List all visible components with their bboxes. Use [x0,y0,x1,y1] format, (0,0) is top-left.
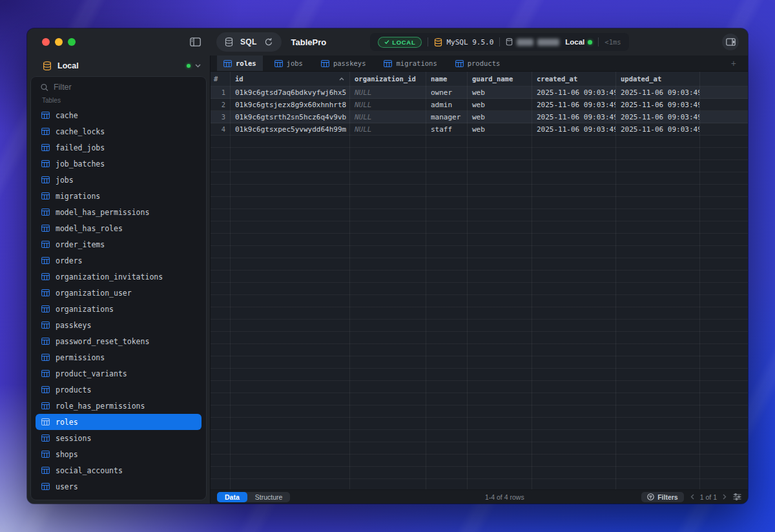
sidebar-item-social_accounts[interactable]: social_accounts [36,462,202,478]
cell-updated_at[interactable]: 2025-11-06 09:03:49 [615,99,699,110]
view-options-button[interactable] [733,493,741,500]
table-name-label: products [56,385,91,394]
cell-created_at[interactable]: 2025-11-06 09:03:49 [532,123,615,135]
cell-organization_id[interactable]: NULL [349,87,426,98]
sidebar-item-failed_jobs[interactable]: failed_jobs [36,139,202,156]
sidebar-item-order_items[interactable]: order_items [36,236,202,252]
cell-organization_id[interactable]: NULL [349,111,426,123]
table-name-label: permissions [56,353,105,362]
column-header-created-at[interactable]: created_at [532,72,615,86]
sidebar-item-organization_user[interactable]: organization_user [36,285,202,301]
sidebar-item-model_has_roles[interactable]: model_has_roles [36,220,202,236]
tab-products[interactable]: products [449,56,507,71]
cell-id[interactable]: 01k9c6gtsrth2sn5hcz6q4v9vb [230,111,349,123]
sidebar-item-job_batches[interactable]: job_batches [36,156,202,172]
sidebar-item-orders[interactable]: orders [36,252,202,269]
column-header-name[interactable]: name [426,72,467,86]
tab-bar: rolesjobspasskeysmigrationsproducts + [211,56,748,72]
cell-row-number[interactable]: 2 [211,99,230,110]
main-toolbar: SQL TablePro LOCAL [210,28,748,56]
cell-row-number[interactable]: 4 [211,123,230,135]
cell-guard_name[interactable]: web [467,87,532,98]
close-button[interactable] [42,38,50,46]
cell-row-number[interactable]: 3 [211,111,230,123]
prev-page-button[interactable] [690,494,694,500]
tab-structure-view[interactable]: Structure [247,492,291,502]
connection-status-bar[interactable]: LOCAL MySQL 9.5.0 [370,33,628,51]
tab-jobs[interactable]: jobs [268,56,309,71]
cell-organization_id[interactable]: NULL [349,123,426,135]
cell-organization_id[interactable]: NULL [349,99,426,110]
cell-id[interactable]: 01k9c6gtsd7aq6bdkvyfwj6hx5 [230,87,349,98]
cell-guard_name[interactable]: web [467,123,532,135]
grid-header-row: # id organization_id name guard_name cre… [211,72,748,87]
filter-input[interactable] [54,83,198,92]
cell-created_at[interactable]: 2025-11-06 09:03:49 [532,111,615,123]
sidebar-item-role_has_permissions[interactable]: role_has_permissions [36,398,202,414]
sidebar-item-jobs[interactable]: jobs [36,172,202,188]
column-header-organization-id[interactable]: organization_id [349,72,426,86]
sidebar-item-organizations[interactable]: organizations [36,301,202,317]
sidebar-item-shops[interactable]: shops [36,446,202,462]
filter-field[interactable] [31,77,206,94]
sidebar-item-products[interactable]: products [36,382,202,398]
sidebar-item-sessions[interactable]: sessions [36,430,202,446]
column-header-id[interactable]: id [230,72,349,86]
sidebar-toggle-icon[interactable] [190,37,201,46]
sidebar-item-password_reset_tokens[interactable]: password_reset_tokens [36,333,202,349]
cell-id[interactable]: 01k9c6gtsxpec5yvwydd64h99m [230,123,349,135]
cell-guard_name[interactable]: web [467,99,532,110]
cell-updated_at[interactable]: 2025-11-06 09:03:49 [615,123,699,135]
column-header-row-number[interactable]: # [211,72,230,86]
tab-data-view[interactable]: Data [217,492,247,502]
sidebar-item-permissions[interactable]: permissions [36,349,202,365]
tab-passkeys[interactable]: passkeys [315,56,373,71]
zoom-button[interactable] [68,38,76,46]
tab-roles[interactable]: roles [217,56,263,71]
sidebar-item-passkeys[interactable]: passkeys [36,317,202,333]
sidebar-item-cache[interactable]: cache [36,107,202,123]
sidebar-item-roles[interactable]: roles [36,414,202,430]
sidebar-item-migrations[interactable]: migrations [36,188,202,204]
cell-created_at[interactable]: 2025-11-06 09:03:49 [532,87,615,98]
table-row[interactable]: 101k9c6gtsd7aq6bdkvyfwj6hx5NULLownerweb2… [211,87,748,99]
cell-updated_at[interactable]: 2025-11-06 09:03:49 [615,87,699,98]
cell-name[interactable]: admin [426,99,467,110]
sidebar-item-cache_locks[interactable]: cache_locks [36,123,202,139]
next-page-button[interactable] [723,494,727,500]
sql-button[interactable]: SQL [240,37,257,46]
tab-migrations[interactable]: migrations [377,56,443,71]
right-panel-toggle-button[interactable] [722,34,739,50]
table-row[interactable]: 201k9c6gtsjezx8g9x60xhnhrt8NULLadminweb2… [211,99,748,111]
add-tab-button[interactable]: + [726,58,741,68]
cell-row-number[interactable]: 1 [211,87,230,98]
column-header-guard-name[interactable]: guard_name [467,72,532,86]
panel-right-icon [726,38,736,46]
cell-name[interactable]: staff [426,123,467,135]
cell-created_at[interactable]: 2025-11-06 09:03:49 [532,99,615,110]
refresh-icon[interactable] [264,37,273,46]
cell-name[interactable]: owner [426,87,467,98]
filters-button[interactable]: Filters [641,492,684,502]
table-grid-icon [41,160,50,167]
pagination: 1 of 1 [690,493,727,501]
local-badge: LOCAL [378,37,422,48]
sidebar-item-organization_invitations[interactable]: organization_invitations [36,269,202,285]
table-grid-icon [41,128,50,135]
chevron-down-icon[interactable] [195,64,201,68]
tab-label: migrations [396,59,437,67]
sidebar-item-model_has_permissions[interactable]: model_has_permissions [36,204,202,220]
cell-guard_name[interactable]: web [467,111,532,123]
table-name-label: organizations [56,305,114,314]
table-row[interactable]: 401k9c6gtsxpec5yvwydd64h99mNULLstaffweb2… [211,123,748,136]
minimize-button[interactable] [55,38,63,46]
sidebar-item-product_variants[interactable]: product_variants [36,365,202,382]
connection-selector[interactable]: Local [27,56,210,76]
cell-id[interactable]: 01k9c6gtsjezx8g9x60xhnhrt8 [230,99,349,110]
cell-updated_at[interactable]: 2025-11-06 09:03:49 [615,111,699,123]
table-row[interactable]: 301k9c6gtsrth2sn5hcz6q4v9vbNULLmanagerwe… [211,111,748,123]
sidebar-item-users[interactable]: users [36,478,202,495]
redacted-host-segment [537,39,559,46]
column-header-updated-at[interactable]: updated_at [615,72,699,86]
cell-name[interactable]: manager [426,111,467,123]
